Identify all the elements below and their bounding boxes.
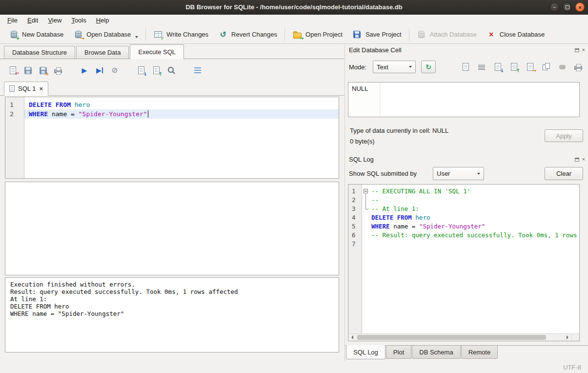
scrollbar-corner	[571, 334, 579, 341]
execution-log-text: Execution finished without errors. Resul…	[5, 278, 339, 320]
text-cursor	[148, 110, 148, 118]
tab-db-schema[interactable]: DB Schema	[412, 346, 460, 359]
import-sql-icon[interactable]: ↑	[151, 65, 161, 75]
log-line[interactable]: 3-- At line 1:	[348, 205, 579, 213]
log-line[interactable]: 4DELETE FROM hero	[348, 213, 579, 222]
find-replace-icon[interactable]	[166, 65, 176, 75]
execution-log-panel[interactable]: Execution finished without errors. Resul…	[5, 277, 339, 352]
code-text	[370, 240, 579, 249]
close-panel-icon[interactable]: ×	[582, 157, 585, 162]
fold-guide	[362, 213, 370, 222]
titlebar[interactable]: DB Browser for SQLite - /home/user/code/…	[0, 0, 588, 15]
menu-view[interactable]: View	[43, 16, 66, 25]
tab-execute-sql[interactable]: Execute SQL	[130, 44, 184, 59]
close-panel-icon[interactable]: ×	[582, 48, 585, 52]
open-project-icon: →	[292, 30, 302, 40]
scroll-left-icon[interactable]	[348, 334, 356, 341]
line-number: 2	[348, 196, 362, 205]
line-number: 4	[348, 213, 362, 222]
cell-editor[interactable]: NULL	[348, 82, 580, 117]
text-document-icon[interactable]	[461, 62, 470, 72]
sql-editor-code[interactable]: 1DELETE FROM hero2WHERE name = "Spider-Y…	[5, 97, 339, 178]
menu-tools[interactable]: Tools	[66, 16, 91, 25]
editor-line[interactable]: 1DELETE FROM hero	[5, 100, 339, 109]
sql-tabbar: SQL 1 ×	[0, 81, 345, 96]
scroll-right-icon[interactable]	[564, 334, 571, 341]
main-toolbar: + New Database → Open Database ✓ Write C…	[0, 25, 588, 44]
revert-changes-icon: ↺	[218, 30, 228, 40]
filter-label: Show SQL submitted by	[349, 170, 417, 177]
open-project-button[interactable]: → Open Project	[287, 27, 347, 42]
menu-edit[interactable]: Edit	[22, 16, 43, 25]
open-database-dropdown-icon[interactable]	[135, 36, 138, 38]
new-database-icon: +	[9, 30, 19, 40]
revert-changes-button[interactable]: ↺ Revert Changes	[213, 27, 282, 42]
refresh-cell-button[interactable]: ↻	[421, 61, 436, 73]
fold-guide	[362, 222, 370, 231]
horizontal-scrollbar[interactable]	[348, 333, 579, 341]
set-null-icon[interactable]	[557, 62, 567, 72]
execute-all-icon[interactable]: ▶	[80, 65, 89, 75]
tab-plot[interactable]: Plot	[386, 346, 411, 359]
maximize-button[interactable]	[563, 2, 572, 12]
word-wrap-icon[interactable]	[477, 62, 487, 72]
editor-line[interactable]: 2WHERE name = "Spider-Youngster"	[5, 109, 339, 119]
open-database-button[interactable]: → Open Database	[68, 27, 143, 42]
user-filter-combobox[interactable]: User	[433, 167, 484, 180]
save-sql-as-icon[interactable]: +	[38, 65, 48, 75]
open-sql-file-icon[interactable]: ↶	[8, 65, 18, 75]
scrollbar-thumb[interactable]	[357, 335, 546, 340]
tab-browse-data[interactable]: Browse Data	[76, 46, 129, 59]
new-database-button[interactable]: + New Database	[4, 27, 68, 42]
scrollbar-track[interactable]	[356, 334, 564, 341]
close-tab-icon[interactable]: ×	[39, 85, 43, 92]
import-from-file-icon[interactable]: ↓	[493, 62, 503, 72]
log-line[interactable]: 5WHERE name = "Spider-Youngster"	[348, 222, 579, 231]
log-line[interactable]: 2--	[348, 196, 579, 205]
print-sql-icon[interactable]	[53, 65, 63, 75]
apply-button[interactable]: Apply	[545, 129, 583, 142]
sql-log-view[interactable]: 1-- EXECUTING ALL IN 'SQL 1'2--3-- At li…	[348, 184, 580, 341]
menu-help[interactable]: Help	[91, 16, 114, 25]
sql-log-code[interactable]: 1-- EXECUTING ALL IN 'SQL 1'2--3-- At li…	[348, 185, 579, 333]
tab-remote[interactable]: Remote	[461, 346, 498, 359]
log-line[interactable]: 7	[348, 240, 579, 249]
code-text: -- Result: query executed successfully. …	[370, 231, 579, 240]
clear-button[interactable]: Clear	[545, 167, 583, 180]
mode-combobox[interactable]: Text	[373, 61, 416, 73]
sql-tab[interactable]: SQL 1 ×	[4, 82, 48, 96]
print-cell-icon[interactable]	[573, 62, 583, 72]
log-line[interactable]: 6-- Result: query executed successfully.…	[348, 231, 579, 240]
main-area: Database Structure Browse Data Execute S…	[0, 44, 588, 361]
minimize-button[interactable]: −	[550, 2, 559, 12]
log-line[interactable]: 1-- EXECUTING ALL IN 'SQL 1'	[348, 187, 579, 196]
format-sql-icon[interactable]	[193, 65, 203, 75]
window-title: DB Browser for SQLite - /home/user/code/…	[185, 3, 402, 11]
sql-editor[interactable]: 1DELETE FROM hero2WHERE name = "Spider-Y…	[5, 97, 339, 179]
copy-icon[interactable]	[541, 62, 551, 72]
fold-toggle-icon[interactable]	[362, 187, 370, 196]
results-grid[interactable]	[5, 182, 339, 275]
write-changes-button[interactable]: ✓ Write Changes	[148, 27, 213, 42]
close-database-button[interactable]: × Close Database	[482, 27, 550, 42]
save-sql-file-icon[interactable]	[23, 65, 33, 75]
sql-file-icon	[9, 85, 15, 92]
execute-line-icon[interactable]: ▶	[95, 65, 104, 75]
tab-sql-log[interactable]: SQL Log	[346, 345, 385, 359]
float-panel-icon[interactable]	[575, 158, 579, 162]
fold-guide	[362, 205, 370, 213]
tab-database-structure[interactable]: Database Structure	[4, 46, 75, 59]
attach-database-button[interactable]: Attach Database	[412, 27, 482, 42]
menu-file[interactable]: File	[2, 16, 22, 25]
export-sql-icon[interactable]: ↓	[136, 65, 146, 75]
export-to-file-icon[interactable]: ↑	[509, 62, 519, 72]
line-number: 2	[5, 109, 24, 119]
left-panel: Database Structure Browse Data Execute S…	[0, 44, 345, 361]
float-panel-icon[interactable]	[575, 48, 579, 52]
code-text: WHERE name = "Spider-Youngster"	[370, 222, 579, 231]
save-project-button[interactable]: Save Project	[347, 27, 406, 42]
open-external-icon[interactable]: →	[525, 62, 535, 72]
line-number: 7	[348, 240, 362, 249]
close-window-button[interactable]: ×	[575, 2, 585, 12]
stop-execution-icon[interactable]: ⊘	[110, 65, 120, 75]
